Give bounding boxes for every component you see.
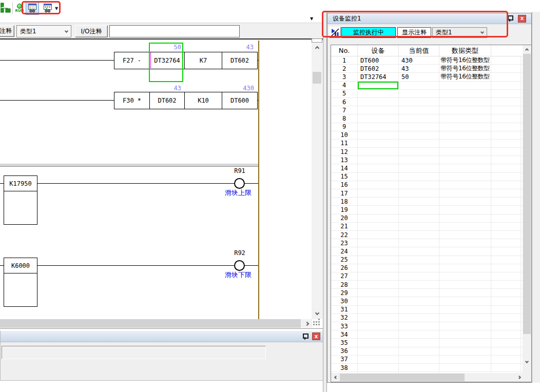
current-value-cell[interactable]: 50 — [399, 73, 439, 81]
device-cell[interactable] — [358, 256, 399, 264]
vscroll-thumb[interactable] — [523, 54, 531, 334]
compare-block[interactable]: K6000 — [4, 258, 37, 307]
row-number-cell[interactable]: 24 — [331, 247, 358, 255]
extra-cell[interactable] — [491, 272, 521, 280]
table-row[interactable]: 4 — [331, 82, 531, 90]
row-number-cell[interactable]: 34 — [331, 330, 358, 338]
device-cell[interactable] — [358, 322, 399, 330]
pin-icon[interactable] — [507, 15, 513, 22]
instruction-cell[interactable]: F27 - — [114, 52, 150, 69]
current-value-cell[interactable] — [399, 164, 439, 172]
device-cell[interactable] — [358, 198, 399, 205]
device-monitor-button[interactable] — [26, 2, 39, 15]
table-row[interactable]: 31 — [331, 306, 531, 314]
data-type-cell[interactable] — [439, 181, 491, 189]
table-row[interactable]: 32 — [331, 314, 531, 322]
data-type-cell[interactable] — [439, 156, 491, 164]
data-type-cell[interactable]: 带符号16位整数型 — [439, 56, 491, 64]
table-row[interactable]: 10 — [331, 131, 531, 140]
table-row[interactable]: 3DT3276450带符号16位整数型 — [331, 73, 531, 81]
device-cell[interactable] — [358, 231, 399, 239]
column-header-no[interactable]: No. — [331, 45, 358, 56]
device-cell[interactable] — [358, 356, 399, 363]
row-number-cell[interactable]: 35 — [331, 339, 358, 346]
row-number-cell[interactable]: 17 — [331, 189, 358, 197]
extra-cell[interactable] — [491, 131, 521, 139]
table-row[interactable]: 34 — [331, 330, 531, 339]
extra-cell[interactable] — [491, 339, 521, 346]
table-row[interactable]: 6 — [331, 98, 531, 106]
extra-cell[interactable] — [491, 306, 521, 313]
close-button[interactable]: x — [312, 332, 320, 340]
data-type-cell[interactable]: 带符号16位整数型 — [439, 73, 491, 81]
table-row[interactable]: 18 — [331, 198, 531, 206]
table-row[interactable]: 2DT60243带符号16位整数型 — [331, 65, 531, 73]
hscroll-thumb[interactable] — [0, 319, 301, 328]
data-type-cell[interactable] — [439, 297, 491, 305]
table-row[interactable]: 7 — [331, 106, 531, 114]
device-cell[interactable] — [358, 314, 399, 322]
extra-cell[interactable] — [491, 123, 521, 131]
current-value-cell[interactable] — [399, 114, 439, 122]
device-cell[interactable] — [358, 364, 399, 371]
data-type-cell[interactable] — [439, 272, 491, 280]
device-cell[interactable] — [358, 123, 399, 131]
row-number-cell[interactable]: 28 — [331, 281, 358, 288]
data-type-cell[interactable] — [439, 322, 491, 330]
device-cell[interactable] — [358, 106, 399, 114]
extra-cell[interactable] — [491, 322, 521, 330]
device-cell[interactable] — [358, 148, 399, 155]
row-number-cell[interactable]: 3 — [331, 73, 358, 81]
device-cell[interactable] — [358, 239, 399, 247]
monitor-panel-titlebar[interactable]: 设备监控1 x — [327, 13, 531, 24]
device-cell[interactable] — [358, 156, 399, 164]
row-number-cell[interactable]: 29 — [331, 289, 358, 297]
row-number-cell[interactable]: 14 — [331, 164, 358, 172]
monitor-type-select[interactable]: 类型1 — [432, 27, 487, 38]
data-type-cell[interactable] — [439, 256, 491, 264]
current-value-cell[interactable] — [399, 173, 439, 181]
current-value-cell[interactable] — [399, 289, 439, 297]
data-type-cell[interactable] — [439, 198, 491, 205]
table-row[interactable]: 20 — [331, 214, 531, 223]
device-cell[interactable] — [358, 223, 399, 230]
bottom-panel-field[interactable] — [2, 346, 266, 359]
vscroll-thumb[interactable] — [313, 72, 321, 84]
device-cell[interactable] — [358, 214, 399, 222]
io-comment-button[interactable]: I/O注释 — [75, 25, 108, 37]
compare-block[interactable]: K17950 — [4, 175, 37, 225]
extra-cell[interactable] — [491, 223, 521, 230]
operand-cell[interactable]: K7 — [184, 52, 222, 69]
extra-cell[interactable] — [491, 297, 521, 305]
row-number-cell[interactable]: 31 — [331, 306, 358, 313]
current-value-cell[interactable] — [399, 347, 439, 355]
current-value-cell[interactable] — [399, 223, 439, 230]
table-row[interactable]: 27 — [331, 272, 531, 281]
operand-cell[interactable]: DT602 — [149, 92, 185, 109]
row-number-cell[interactable]: 2 — [331, 65, 358, 72]
data-type-cell[interactable] — [439, 247, 491, 255]
device-cell[interactable] — [358, 173, 399, 181]
device-cell[interactable] — [358, 289, 399, 297]
split-handle[interactable] — [312, 38, 322, 43]
extra-cell[interactable] — [491, 231, 521, 239]
current-value-cell[interactable] — [399, 148, 439, 155]
data-type-cell[interactable] — [439, 231, 491, 239]
extra-cell[interactable] — [491, 330, 521, 338]
table-row[interactable]: 5 — [331, 90, 531, 98]
operand-cell[interactable]: K10 — [184, 92, 222, 109]
extra-cell[interactable] — [491, 156, 521, 164]
table-row[interactable]: 38 — [331, 364, 531, 372]
data-type-cell[interactable] — [439, 131, 491, 139]
row-number-cell[interactable]: 21 — [331, 223, 358, 230]
ladder-editor-canvas[interactable]: 50 43 F27 - DT32764 K7 DT602 43 430 F30 … — [0, 41, 312, 319]
current-value-cell[interactable] — [399, 264, 439, 272]
bottom-panel-titlebar[interactable]: x — [1, 331, 323, 342]
current-value-cell[interactable] — [399, 106, 439, 114]
device-cell[interactable] — [358, 181, 399, 189]
scroll-down-button[interactable] — [312, 309, 322, 318]
extra-cell[interactable] — [491, 356, 521, 363]
current-value-cell[interactable] — [399, 90, 439, 97]
device-cell[interactable] — [358, 339, 399, 346]
extra-cell[interactable] — [491, 281, 521, 288]
